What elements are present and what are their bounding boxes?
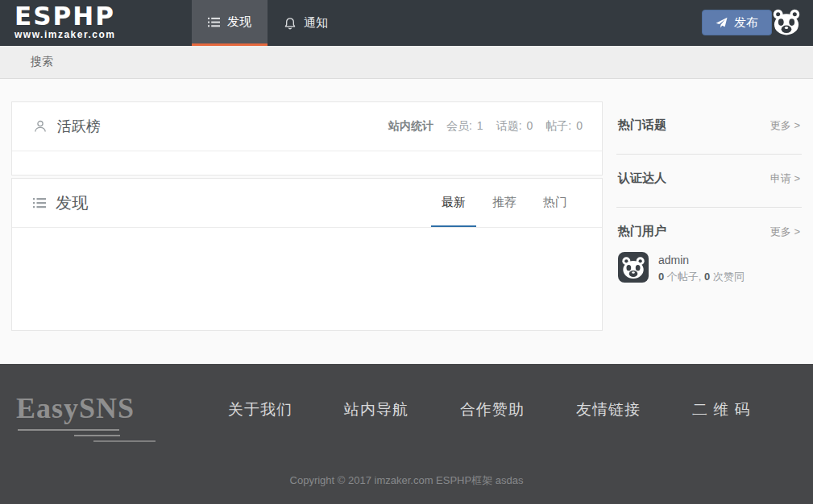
footer-link-friends[interactable]: 友情链接 [576,399,641,420]
bell-icon [284,17,297,30]
active-board-title-wrap: 活跃榜 [33,117,101,136]
footer-link-about[interactable]: 关于我们 [228,399,292,420]
stat-members: 会员:1 [446,119,483,134]
sidebar-section-hot-users: 热门用户 更多 > admin [616,208,802,305]
hot-user-item[interactable]: admin 0 个帖子, 0 次赞同 [618,252,800,284]
nav-item-label: 通知 [304,15,328,31]
logo-title: ESPHP [15,2,115,29]
logo-underline [93,440,156,442]
list-icon [33,196,46,209]
site-stats: 站内统计 会员:1 话题:0 帖子:0 [388,119,583,134]
tab-latest[interactable]: 最新 [431,179,476,227]
active-board-header: 活跃榜 站内统计 会员:1 话题:0 帖子:0 [12,102,602,151]
stat-posts: 帖子:0 [545,119,583,134]
footer-logo[interactable]: EasySNS [16,391,135,425]
section-title: 热门话题 [618,118,666,133]
section-title: 认证达人 [618,171,666,186]
bear-avatar-icon [620,255,646,281]
discover-title: 发现 [56,192,88,214]
discover-tabs: 最新 推荐 热门 [425,179,578,227]
user-name: admin [658,254,745,266]
publish-button[interactable]: 发布 [702,10,772,35]
user-info: admin 0 个帖子, 0 次赞同 [658,252,745,284]
more-link[interactable]: 更多 > [770,225,800,239]
user-meta: 0 个帖子, 0 次赞同 [658,270,745,284]
right-sidebar: 热门话题 更多 > 认证达人 申请 > 热门用户 更多 > [616,101,802,305]
site-logo[interactable]: ESPHP www.imzaker.com [15,3,115,39]
avatar [618,252,649,283]
nav-item-label: 发现 [227,14,251,30]
logo-underline [74,435,120,436]
footer-link-sponsor[interactable]: 合作赞助 [460,399,525,420]
stats-title: 站内统计 [388,119,433,134]
section-title: 热门用户 [618,224,666,239]
top-navbar: ESPHP www.imzaker.com 发现 通知 发布 [0,0,813,46]
list-icon [208,16,220,28]
logo-subtitle: www.imzaker.com [15,30,115,39]
discover-title-wrap: 发现 [33,192,88,214]
copyright-text: Copyright © 2017 imzaker.com ESPHP框架 asd… [0,473,813,488]
publish-label: 发布 [734,15,758,31]
sidebar-section-hot-topics: 热门话题 更多 > [616,101,802,155]
main-nav: 发现 通知 [192,0,344,46]
footer-links: 关于我们 站内导航 合作赞助 友情链接 二 维 码 [228,399,751,420]
discover-card: 发现 最新 推荐 热门 [11,178,603,331]
footer-link-sitenav[interactable]: 站内导航 [344,399,409,420]
logo-underline [18,429,119,431]
stat-topics: 话题:0 [496,119,533,134]
nav-item-notifications[interactable]: 通知 [268,0,344,46]
search-label: 搜索 [31,55,53,69]
discover-header: 发现 最新 推荐 热门 [12,179,602,228]
more-link[interactable]: 更多 > [770,118,800,133]
active-board-card: 活跃榜 站内统计 会员:1 话题:0 帖子:0 [11,101,603,176]
navbar-user-avatar[interactable] [771,7,802,38]
bear-avatar-icon [771,7,802,38]
sidebar-section-verified: 认证达人 申请 > [616,155,802,208]
apply-link[interactable]: 申请 > [770,171,800,186]
page-footer: EasySNS 关于我们 站内导航 合作赞助 友情链接 二 维 码 Copyri… [0,364,813,504]
tab-hot[interactable]: 热门 [533,179,578,227]
user-icon [33,119,48,134]
nav-item-discover[interactable]: 发现 [192,0,268,46]
search-bar[interactable]: 搜索 [0,46,813,79]
footer-link-qrcode[interactable]: 二 维 码 [692,399,751,420]
active-board-title: 活跃榜 [57,117,101,136]
paper-plane-icon [716,17,728,29]
tab-recommended[interactable]: 推荐 [482,179,527,227]
